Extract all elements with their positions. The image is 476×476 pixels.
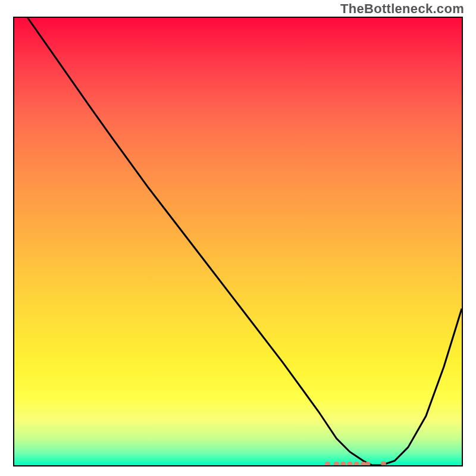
watermark-text: TheBottleneck.com: [340, 1, 464, 17]
optimal-marker: [354, 462, 359, 465]
optimal-marker: [325, 462, 330, 465]
curve-overlay: [14, 18, 462, 465]
bottleneck-curve-path: [28, 18, 462, 465]
plot-area: [13, 17, 463, 466]
optimal-marker: [334, 462, 339, 465]
optimal-marker: [381, 461, 386, 465]
optimal-marker: [347, 462, 352, 465]
chart-container: TheBottleneck.com: [0, 0, 476, 476]
optimal-marker: [365, 462, 371, 465]
optimal-marker: [340, 462, 346, 465]
